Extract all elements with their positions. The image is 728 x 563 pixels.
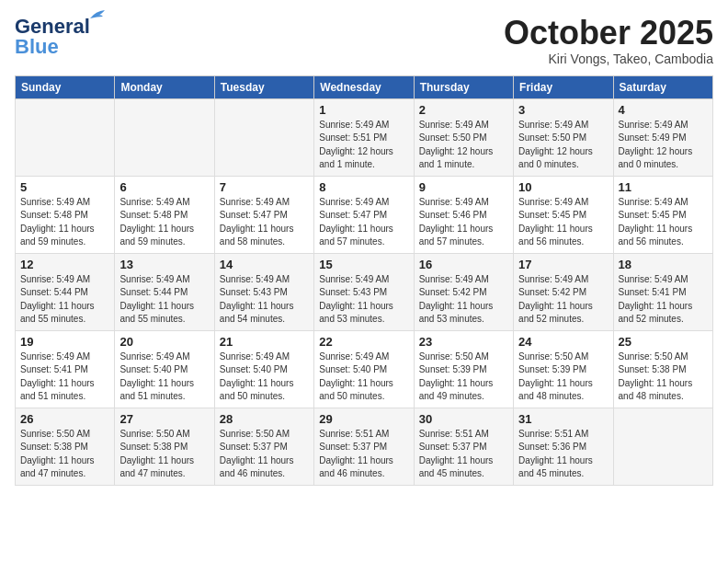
day-number: 11: [619, 180, 708, 194]
week-row-4: 19Sunrise: 5:49 AM Sunset: 5:41 PM Dayli…: [16, 330, 713, 408]
page-header: General Blue October 2025 Kiri Vongs, Ta…: [15, 15, 713, 66]
day-number: 9: [419, 180, 508, 194]
logo-general: General: [15, 15, 90, 38]
cell-text: Sunrise: 5:49 AM Sunset: 5:49 PM Dayligh…: [619, 119, 708, 172]
day-number: 16: [419, 258, 508, 271]
calendar-cell: 14Sunrise: 5:49 AM Sunset: 5:43 PM Dayli…: [214, 253, 313, 330]
day-number: 4: [619, 103, 708, 117]
cell-text: Sunrise: 5:49 AM Sunset: 5:41 PM Dayligh…: [619, 273, 708, 327]
cell-text: Sunrise: 5:50 AM Sunset: 5:38 PM Dayligh…: [20, 428, 109, 481]
calendar-cell: 16Sunrise: 5:49 AM Sunset: 5:42 PM Dayli…: [414, 253, 513, 330]
calendar-cell: 24Sunrise: 5:50 AM Sunset: 5:39 PM Dayli…: [514, 330, 613, 408]
day-number: 2: [419, 103, 508, 117]
day-header-tuesday: Tuesday: [214, 75, 313, 98]
days-header-row: SundayMondayTuesdayWednesdayThursdayFrid…: [16, 75, 713, 98]
day-number: 14: [220, 258, 309, 271]
day-number: 28: [220, 412, 309, 426]
cell-text: Sunrise: 5:49 AM Sunset: 5:45 PM Dayligh…: [518, 196, 608, 249]
week-row-1: 1Sunrise: 5:49 AM Sunset: 5:51 PM Daylig…: [16, 98, 713, 176]
day-number: 29: [319, 412, 408, 426]
cell-text: Sunrise: 5:49 AM Sunset: 5:47 PM Dayligh…: [319, 196, 408, 249]
calendar-cell: 28Sunrise: 5:50 AM Sunset: 5:37 PM Dayli…: [214, 408, 313, 485]
cell-text: Sunrise: 5:49 AM Sunset: 5:47 PM Dayligh…: [220, 196, 309, 249]
day-header-wednesday: Wednesday: [314, 75, 414, 98]
day-number: 31: [518, 412, 608, 426]
calendar-cell: 6Sunrise: 5:49 AM Sunset: 5:48 PM Daylig…: [115, 176, 214, 253]
calendar-cell: 19Sunrise: 5:49 AM Sunset: 5:41 PM Dayli…: [16, 330, 115, 408]
calendar-cell: 12Sunrise: 5:49 AM Sunset: 5:44 PM Dayli…: [16, 253, 115, 330]
day-number: 10: [518, 180, 608, 194]
calendar-cell: 20Sunrise: 5:49 AM Sunset: 5:40 PM Dayli…: [115, 330, 214, 408]
month-title: October 2025: [504, 15, 713, 52]
calendar-cell: 29Sunrise: 5:51 AM Sunset: 5:37 PM Dayli…: [314, 408, 414, 485]
location-subtitle: Kiri Vongs, Takeo, Cambodia: [504, 52, 713, 66]
day-number: 18: [619, 258, 708, 271]
calendar-cell: 31Sunrise: 5:51 AM Sunset: 5:36 PM Dayli…: [514, 408, 613, 485]
day-number: 17: [518, 258, 608, 271]
day-number: 15: [319, 258, 408, 271]
cell-text: Sunrise: 5:49 AM Sunset: 5:41 PM Dayligh…: [20, 350, 109, 404]
cell-text: Sunrise: 5:50 AM Sunset: 5:39 PM Dayligh…: [518, 350, 608, 404]
calendar-cell: 10Sunrise: 5:49 AM Sunset: 5:45 PM Dayli…: [514, 176, 613, 253]
calendar-cell: 15Sunrise: 5:49 AM Sunset: 5:43 PM Dayli…: [314, 253, 414, 330]
calendar-cell: 23Sunrise: 5:50 AM Sunset: 5:39 PM Dayli…: [414, 330, 513, 408]
calendar-cell: 18Sunrise: 5:49 AM Sunset: 5:41 PM Dayli…: [613, 253, 712, 330]
day-header-monday: Monday: [115, 75, 214, 98]
calendar-cell: [214, 98, 313, 176]
week-row-5: 26Sunrise: 5:50 AM Sunset: 5:38 PM Dayli…: [16, 408, 713, 485]
cell-text: Sunrise: 5:49 AM Sunset: 5:51 PM Dayligh…: [319, 119, 408, 172]
day-number: 3: [518, 103, 608, 117]
calendar-cell: 8Sunrise: 5:49 AM Sunset: 5:47 PM Daylig…: [314, 176, 414, 253]
calendar-cell: 21Sunrise: 5:49 AM Sunset: 5:40 PM Dayli…: [214, 330, 313, 408]
day-number: 27: [119, 412, 209, 426]
day-header-friday: Friday: [514, 75, 613, 98]
day-number: 5: [20, 180, 109, 194]
calendar-cell: [16, 98, 115, 176]
calendar-cell: 2Sunrise: 5:49 AM Sunset: 5:50 PM Daylig…: [414, 98, 513, 176]
calendar-cell: 25Sunrise: 5:50 AM Sunset: 5:38 PM Dayli…: [613, 330, 712, 408]
cell-text: Sunrise: 5:49 AM Sunset: 5:42 PM Dayligh…: [419, 273, 508, 327]
cell-text: Sunrise: 5:49 AM Sunset: 5:44 PM Dayligh…: [20, 273, 109, 327]
day-number: 1: [319, 103, 408, 117]
day-number: 20: [119, 335, 209, 349]
day-number: 24: [518, 335, 608, 349]
calendar-body: 1Sunrise: 5:49 AM Sunset: 5:51 PM Daylig…: [16, 98, 713, 485]
cell-text: Sunrise: 5:49 AM Sunset: 5:48 PM Dayligh…: [119, 196, 209, 249]
calendar-table: SundayMondayTuesdayWednesdayThursdayFrid…: [15, 75, 713, 486]
cell-text: Sunrise: 5:49 AM Sunset: 5:45 PM Dayligh…: [619, 196, 708, 249]
cell-text: Sunrise: 5:51 AM Sunset: 5:37 PM Dayligh…: [319, 428, 408, 481]
calendar-cell: 4Sunrise: 5:49 AM Sunset: 5:49 PM Daylig…: [613, 98, 712, 176]
calendar-cell: 11Sunrise: 5:49 AM Sunset: 5:45 PM Dayli…: [613, 176, 712, 253]
calendar-cell: 13Sunrise: 5:49 AM Sunset: 5:44 PM Dayli…: [115, 253, 214, 330]
calendar-header: SundayMondayTuesdayWednesdayThursdayFrid…: [16, 75, 713, 98]
calendar-cell: 1Sunrise: 5:49 AM Sunset: 5:51 PM Daylig…: [314, 98, 414, 176]
title-block: October 2025 Kiri Vongs, Takeo, Cambodia: [504, 15, 713, 66]
cell-text: Sunrise: 5:50 AM Sunset: 5:38 PM Dayligh…: [119, 428, 209, 481]
calendar-cell: 5Sunrise: 5:49 AM Sunset: 5:48 PM Daylig…: [16, 176, 115, 253]
day-number: 30: [419, 412, 508, 426]
calendar-cell: 30Sunrise: 5:51 AM Sunset: 5:37 PM Dayli…: [414, 408, 513, 485]
cell-text: Sunrise: 5:50 AM Sunset: 5:38 PM Dayligh…: [619, 350, 708, 404]
day-number: 6: [119, 180, 209, 194]
cell-text: Sunrise: 5:51 AM Sunset: 5:36 PM Dayligh…: [518, 428, 608, 481]
logo-bird-icon: [88, 9, 107, 22]
calendar-cell: 22Sunrise: 5:49 AM Sunset: 5:40 PM Dayli…: [314, 330, 414, 408]
day-number: 25: [619, 335, 708, 349]
cell-text: Sunrise: 5:49 AM Sunset: 5:43 PM Dayligh…: [319, 273, 408, 327]
week-row-3: 12Sunrise: 5:49 AM Sunset: 5:44 PM Dayli…: [16, 253, 713, 330]
day-number: 26: [20, 412, 109, 426]
calendar-cell: 7Sunrise: 5:49 AM Sunset: 5:47 PM Daylig…: [214, 176, 313, 253]
calendar-cell: 26Sunrise: 5:50 AM Sunset: 5:38 PM Dayli…: [16, 408, 115, 485]
day-header-sunday: Sunday: [16, 75, 115, 98]
cell-text: Sunrise: 5:49 AM Sunset: 5:43 PM Dayligh…: [220, 273, 309, 327]
day-number: 19: [20, 335, 109, 349]
cell-text: Sunrise: 5:49 AM Sunset: 5:48 PM Dayligh…: [20, 196, 109, 249]
calendar-cell: 3Sunrise: 5:49 AM Sunset: 5:50 PM Daylig…: [514, 98, 613, 176]
cell-text: Sunrise: 5:51 AM Sunset: 5:37 PM Dayligh…: [419, 428, 508, 481]
day-header-saturday: Saturday: [613, 75, 712, 98]
cell-text: Sunrise: 5:49 AM Sunset: 5:40 PM Dayligh…: [119, 350, 209, 404]
day-number: 7: [220, 180, 309, 194]
day-header-thursday: Thursday: [414, 75, 513, 98]
calendar-cell: [613, 408, 712, 485]
cell-text: Sunrise: 5:50 AM Sunset: 5:37 PM Dayligh…: [220, 428, 309, 481]
